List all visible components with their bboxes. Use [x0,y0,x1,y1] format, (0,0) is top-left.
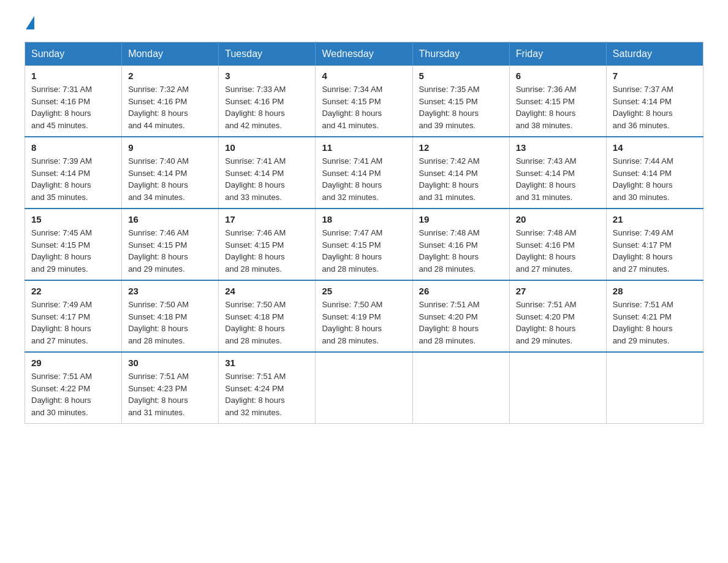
day-info: Sunrise: 7:51 AMSunset: 4:21 PMDaylight:… [613,299,697,347]
day-number: 1 [31,71,115,81]
weekday-header-wednesday: Wednesday [316,42,412,66]
calendar-week-row: 8 Sunrise: 7:39 AMSunset: 4:14 PMDayligh… [25,137,703,209]
calendar-day-cell: 1 Sunrise: 7:31 AMSunset: 4:16 PMDayligh… [25,66,122,137]
day-info: Sunrise: 7:36 AMSunset: 4:15 PMDaylight:… [516,83,600,131]
day-info: Sunrise: 7:35 AMSunset: 4:15 PMDaylight:… [419,83,503,131]
calendar-day-cell: 9 Sunrise: 7:40 AMSunset: 4:14 PMDayligh… [122,137,219,209]
calendar-empty-cell [316,352,412,424]
calendar-table: SundayMondayTuesdayWednesdayThursdayFrid… [25,42,703,424]
calendar-day-cell: 17 Sunrise: 7:46 AMSunset: 4:15 PMDaylig… [219,209,316,280]
day-number: 11 [322,142,406,153]
day-info: Sunrise: 7:44 AMSunset: 4:14 PMDaylight:… [613,155,697,203]
day-info: Sunrise: 7:42 AMSunset: 4:14 PMDaylight:… [419,155,503,203]
day-number: 14 [613,142,697,153]
day-number: 10 [225,142,309,153]
weekday-header-monday: Monday [122,42,219,66]
logo-top [25,18,34,29]
calendar-empty-cell [509,352,606,424]
day-info: Sunrise: 7:37 AMSunset: 4:14 PMDaylight:… [613,83,697,131]
day-info: Sunrise: 7:48 AMSunset: 4:16 PMDaylight:… [516,227,600,275]
day-number: 21 [613,214,697,224]
calendar-day-cell: 11 Sunrise: 7:41 AMSunset: 4:14 PMDaylig… [316,137,412,209]
calendar-day-cell: 16 Sunrise: 7:46 AMSunset: 4:15 PMDaylig… [122,209,219,280]
logo [25,18,34,29]
calendar-day-cell: 31 Sunrise: 7:51 AMSunset: 4:24 PMDaylig… [219,352,316,424]
day-number: 17 [225,214,309,224]
day-number: 24 [225,286,309,296]
calendar-day-cell: 14 Sunrise: 7:44 AMSunset: 4:14 PMDaylig… [606,137,703,209]
day-number: 31 [225,358,309,368]
day-info: Sunrise: 7:40 AMSunset: 4:14 PMDaylight:… [128,155,212,203]
calendar-week-row: 15 Sunrise: 7:45 AMSunset: 4:15 PMDaylig… [25,209,703,280]
calendar-day-cell: 5 Sunrise: 7:35 AMSunset: 4:15 PMDayligh… [412,66,509,137]
day-info: Sunrise: 7:39 AMSunset: 4:14 PMDaylight:… [31,155,115,203]
day-number: 29 [31,358,115,368]
day-info: Sunrise: 7:50 AMSunset: 4:18 PMDaylight:… [225,299,309,347]
day-number: 7 [613,71,697,81]
calendar-day-cell: 10 Sunrise: 7:41 AMSunset: 4:14 PMDaylig… [219,137,316,209]
day-number: 22 [31,286,115,296]
calendar-day-cell: 28 Sunrise: 7:51 AMSunset: 4:21 PMDaylig… [606,280,703,352]
calendar-day-cell: 22 Sunrise: 7:49 AMSunset: 4:17 PMDaylig… [25,280,122,352]
calendar-day-cell: 21 Sunrise: 7:49 AMSunset: 4:17 PMDaylig… [606,209,703,280]
calendar-day-cell: 12 Sunrise: 7:42 AMSunset: 4:14 PMDaylig… [412,137,509,209]
calendar-day-cell: 20 Sunrise: 7:48 AMSunset: 4:16 PMDaylig… [509,209,606,280]
calendar-day-cell: 8 Sunrise: 7:39 AMSunset: 4:14 PMDayligh… [25,137,122,209]
day-info: Sunrise: 7:50 AMSunset: 4:19 PMDaylight:… [322,299,406,347]
day-info: Sunrise: 7:51 AMSunset: 4:23 PMDaylight:… [128,370,212,418]
calendar-day-cell: 6 Sunrise: 7:36 AMSunset: 4:15 PMDayligh… [509,66,606,137]
calendar-day-cell: 3 Sunrise: 7:33 AMSunset: 4:16 PMDayligh… [219,66,316,137]
day-info: Sunrise: 7:50 AMSunset: 4:18 PMDaylight:… [128,299,212,347]
calendar-week-row: 22 Sunrise: 7:49 AMSunset: 4:17 PMDaylig… [25,280,703,352]
day-number: 18 [322,214,406,224]
weekday-header-sunday: Sunday [25,42,122,66]
calendar-day-cell: 24 Sunrise: 7:50 AMSunset: 4:18 PMDaylig… [219,280,316,352]
day-info: Sunrise: 7:32 AMSunset: 4:16 PMDaylight:… [128,83,212,131]
day-info: Sunrise: 7:46 AMSunset: 4:15 PMDaylight:… [225,227,309,275]
day-info: Sunrise: 7:51 AMSunset: 4:20 PMDaylight:… [516,299,600,347]
day-info: Sunrise: 7:34 AMSunset: 4:15 PMDaylight:… [322,83,406,131]
calendar-day-cell: 2 Sunrise: 7:32 AMSunset: 4:16 PMDayligh… [122,66,219,137]
day-info: Sunrise: 7:45 AMSunset: 4:15 PMDaylight:… [31,227,115,275]
day-number: 30 [128,358,212,368]
day-number: 23 [128,286,212,296]
calendar-day-cell: 27 Sunrise: 7:51 AMSunset: 4:20 PMDaylig… [509,280,606,352]
calendar-day-cell: 25 Sunrise: 7:50 AMSunset: 4:19 PMDaylig… [316,280,412,352]
weekday-header-thursday: Thursday [412,42,509,66]
page-header [25,18,703,29]
weekday-header-friday: Friday [509,42,606,66]
day-number: 25 [322,286,406,296]
day-number: 6 [516,71,600,81]
day-info: Sunrise: 7:41 AMSunset: 4:14 PMDaylight:… [225,155,309,203]
day-info: Sunrise: 7:49 AMSunset: 4:17 PMDaylight:… [31,299,115,347]
calendar-day-cell: 19 Sunrise: 7:48 AMSunset: 4:16 PMDaylig… [412,209,509,280]
calendar-day-cell: 13 Sunrise: 7:43 AMSunset: 4:14 PMDaylig… [509,137,606,209]
weekday-header-saturday: Saturday [606,42,703,66]
calendar-day-cell: 23 Sunrise: 7:50 AMSunset: 4:18 PMDaylig… [122,280,219,352]
day-info: Sunrise: 7:46 AMSunset: 4:15 PMDaylight:… [128,227,212,275]
day-number: 27 [516,286,600,296]
day-info: Sunrise: 7:51 AMSunset: 4:24 PMDaylight:… [225,370,309,418]
day-number: 9 [128,142,212,153]
calendar-day-cell: 4 Sunrise: 7:34 AMSunset: 4:15 PMDayligh… [316,66,412,137]
calendar-day-cell: 7 Sunrise: 7:37 AMSunset: 4:14 PMDayligh… [606,66,703,137]
calendar-header-row: SundayMondayTuesdayWednesdayThursdayFrid… [25,42,703,66]
day-info: Sunrise: 7:47 AMSunset: 4:15 PMDaylight:… [322,227,406,275]
day-number: 26 [419,286,503,296]
calendar-day-cell: 26 Sunrise: 7:51 AMSunset: 4:20 PMDaylig… [412,280,509,352]
day-number: 8 [31,142,115,153]
day-number: 3 [225,71,309,81]
calendar-day-cell: 29 Sunrise: 7:51 AMSunset: 4:22 PMDaylig… [25,352,122,424]
calendar-day-cell: 18 Sunrise: 7:47 AMSunset: 4:15 PMDaylig… [316,209,412,280]
day-number: 16 [128,214,212,224]
day-info: Sunrise: 7:33 AMSunset: 4:16 PMDaylight:… [225,83,309,131]
day-info: Sunrise: 7:51 AMSunset: 4:20 PMDaylight:… [419,299,503,347]
day-number: 28 [613,286,697,296]
day-number: 5 [419,71,503,81]
day-info: Sunrise: 7:31 AMSunset: 4:16 PMDaylight:… [31,83,115,131]
day-number: 4 [322,71,406,81]
day-info: Sunrise: 7:48 AMSunset: 4:16 PMDaylight:… [419,227,503,275]
day-info: Sunrise: 7:49 AMSunset: 4:17 PMDaylight:… [613,227,697,275]
calendar-week-row: 29 Sunrise: 7:51 AMSunset: 4:22 PMDaylig… [25,352,703,424]
calendar-week-row: 1 Sunrise: 7:31 AMSunset: 4:16 PMDayligh… [25,66,703,137]
